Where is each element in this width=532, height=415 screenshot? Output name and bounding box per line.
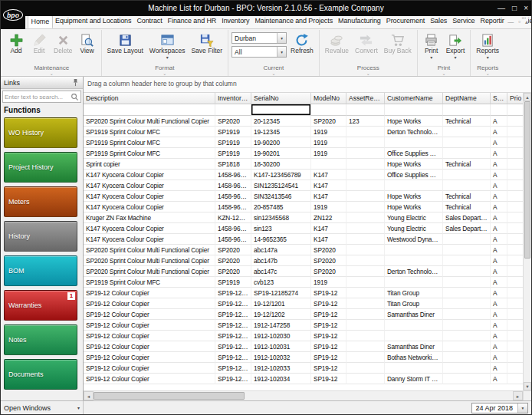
grid-cell-modelno[interactable]: K147 (311, 223, 346, 234)
grid-cell-customername[interactable]: Office Supplies Unli... (385, 148, 443, 159)
grid-cell-deptname[interactable] (443, 298, 491, 309)
grid-cell-status[interactable]: A (491, 116, 507, 127)
grid-cell-modelno[interactable]: SP19-12 (311, 309, 346, 320)
grid-row[interactable]: SP2020 Sprint Colour Multi Functional Co… (84, 245, 523, 255)
grid-cell-customername[interactable]: Samanthas Diner (385, 341, 443, 352)
grid-row[interactable]: K147 Kyocera Colour Copier1458-96523K147… (84, 170, 523, 180)
grid-cell-serialno[interactable]: abc147a (251, 245, 311, 255)
grid-cell-customername[interactable] (385, 363, 443, 374)
ribbon-window-icon[interactable]: ▫ (518, 18, 521, 25)
grid-row[interactable]: SP1919 Sprint Colour MFCSP191919-9020019… (84, 137, 523, 148)
grid-cell-deptname[interactable] (443, 170, 491, 180)
grid-cell-status[interactable]: A (491, 137, 507, 148)
close-icon[interactable]: × (524, 2, 528, 14)
grid-cell-prio[interactable] (507, 277, 523, 288)
grid-cell-modelno[interactable]: 1919 (311, 202, 346, 212)
grid-cell-status[interactable]: A (491, 320, 507, 331)
grid-cell-serialno[interactable]: SIN1235124541 (251, 180, 311, 191)
grid-cell-assetregno[interactable] (346, 277, 385, 288)
grid-cell-serialno[interactable]: abc147c (251, 266, 311, 277)
grid-cell-modelno[interactable]: SP19-12 (311, 341, 346, 352)
grid-cell-inventoryc[interactable]: KZN-122TFB (215, 212, 251, 223)
grid-cell-serialno[interactable]: SIN32413546 (251, 191, 311, 202)
filter-cell-assetregno[interactable] (346, 104, 385, 116)
grid-cell-status[interactable]: A (491, 170, 507, 180)
grid-row[interactable]: SP1919 Sprint Colour MFCSP191919-1234519… (84, 127, 523, 137)
grid-cell-customername[interactable]: Westwood Dynamic (385, 234, 443, 245)
grid-cell-customername[interactable]: Office Supplies Unli... (385, 170, 443, 180)
grid-row[interactable]: K147 Kyocera Colour Copier1458-96523sin1… (84, 223, 523, 234)
grid-cell-customername[interactable]: Young Electric (385, 223, 443, 234)
grid-cell-status[interactable]: A (491, 331, 507, 341)
grid-cell-description[interactable]: SP1919 Sprint Colour MFC (84, 137, 215, 148)
column-header-serialno[interactable]: SerialNo (251, 93, 311, 104)
grid-cell-prio[interactable] (507, 320, 523, 331)
grid-cell-description[interactable]: SP19-12 Colour Copier (84, 298, 215, 309)
grid-cell-prio[interactable] (507, 159, 523, 170)
grid-cell-status[interactable]: A (491, 127, 507, 137)
grid-cell-description[interactable]: SP1919 Sprint Colour MFC (84, 277, 215, 288)
grid-cell-status[interactable]: A (491, 159, 507, 170)
grid-cell-description[interactable]: SP19-12 Colour Copier (84, 374, 215, 384)
tab-finance-and-hr[interactable]: Finance and HR (165, 16, 219, 28)
add-button[interactable]: Add (5, 31, 27, 57)
grid-cell-modelno[interactable]: SP19-12 (311, 288, 346, 298)
tab-maintenance-and-projects[interactable]: Maintenance and Projects (252, 16, 336, 28)
grid-cell-inventoryc[interactable]: 1458-96523 (215, 202, 251, 212)
grid-cell-inventoryc[interactable]: SP19-123456 (215, 298, 251, 309)
chevron-down-icon[interactable]: ▾ (277, 33, 286, 43)
grid-cell-status[interactable]: A (491, 298, 507, 309)
grid-cell-inventoryc[interactable]: 1458-96523 (215, 180, 251, 191)
grid-cell-assetregno[interactable] (346, 341, 385, 352)
function-tile-bom[interactable]: BOM (4, 255, 77, 286)
grid-cell-prio[interactable] (507, 374, 523, 384)
grid-row[interactable]: K147 Kyocera Colour Copier1458-9652320-8… (84, 202, 523, 212)
refresh-button[interactable]: Refresh (288, 31, 316, 57)
grid-cell-prio[interactable] (507, 288, 523, 298)
grid-cell-status[interactable]: A (491, 277, 507, 288)
grid-cell-modelno[interactable]: SP2020 (311, 245, 346, 255)
grid-cell-deptname[interactable] (443, 245, 491, 255)
grid-cell-deptname[interactable] (443, 127, 491, 137)
reports-button[interactable]: Reports ▾ (474, 31, 501, 61)
grid-cell-deptname[interactable] (443, 180, 491, 191)
grid-cell-modelno[interactable]: K147 (311, 191, 346, 202)
grid-cell-modelno[interactable]: SP2020 (311, 116, 346, 127)
view-button[interactable]: View (77, 31, 98, 57)
grid-cell-prio[interactable] (507, 234, 523, 245)
grid-cell-deptname[interactable]: Technical (443, 191, 491, 202)
grid-cell-assetregno[interactable] (346, 212, 385, 223)
grid-row[interactable]: SP19-12 Colour CopierSP19-1234561912-102… (84, 352, 523, 363)
grid-cell-customername[interactable]: Hope Works (385, 202, 443, 212)
grid-cell-modelno[interactable]: 1919 (311, 127, 346, 137)
column-header-customername[interactable]: CustomerName (385, 93, 443, 104)
grid-cell-serialno[interactable]: K147-123456789 (251, 170, 311, 180)
ribbon-minimize-icon[interactable]: — (507, 18, 514, 25)
filter-cell-description[interactable] (84, 104, 215, 116)
grid-cell-inventoryc[interactable]: SP19-123456 (215, 309, 251, 320)
function-tile-history[interactable]: History (4, 221, 77, 252)
grid-cell-prio[interactable] (507, 180, 523, 191)
grid-cell-status[interactable]: A (491, 266, 507, 277)
pin-icon[interactable] (71, 78, 80, 87)
scroll-up-icon[interactable]: ▲ (524, 93, 531, 101)
grid-cell-description[interactable]: SP19-12 Colour Copier (84, 309, 215, 320)
grid-cell-serialno[interactable]: 1912-102033 (251, 363, 311, 374)
grid-cell-serialno[interactable]: 1912-102034 (251, 374, 311, 384)
grid-cell-customername[interactable] (385, 255, 443, 266)
grid-row[interactable]: K147 Kyocera Colour Copier1458-96523SIN3… (84, 191, 523, 202)
grid-cell-status[interactable]: A (491, 288, 507, 298)
grid-cell-description[interactable]: SP19-12 Colour Copier (84, 352, 215, 363)
grid-cell-inventoryc[interactable]: SP1919 (215, 127, 251, 137)
grid-cell-description[interactable]: SP19-12 Colour Copier (84, 288, 215, 298)
grid-cell-serialno[interactable]: abc147b (251, 255, 311, 266)
grid-cell-description[interactable]: Sprint copier (84, 159, 215, 170)
grid-cell-deptname[interactable] (443, 352, 491, 363)
grid-cell-inventoryc[interactable]: SP19-123456 (215, 363, 251, 374)
grid-cell-prio[interactable] (507, 137, 523, 148)
grid-row[interactable]: SP19-12 Colour CopierSP19-123456SP19-121… (84, 288, 523, 298)
grid-row[interactable]: Kruger ZN Fax MachineKZN-122TFBsin123455… (84, 212, 523, 223)
maximize-icon[interactable]: □ (512, 2, 517, 14)
grid-row[interactable]: SP19-12 Colour CopierSP19-1234561912-102… (84, 363, 523, 374)
grid-cell-prio[interactable] (507, 245, 523, 255)
